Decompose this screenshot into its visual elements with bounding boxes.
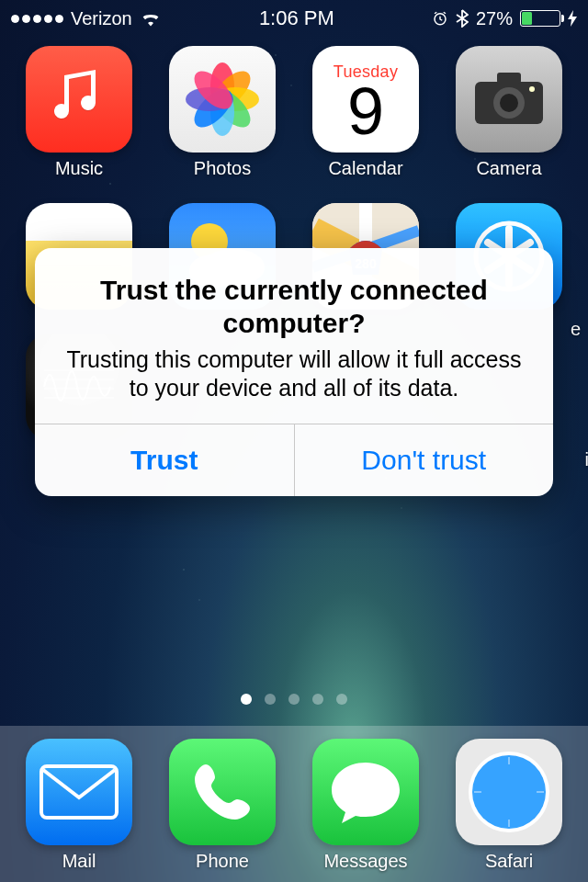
alert-buttons: Trust Don't trust <box>35 424 553 496</box>
alert-backdrop: Trust the currently connected computer? … <box>0 0 588 882</box>
trust-button[interactable]: Trust <box>35 424 295 496</box>
alert-title: Trust the currently connected computer? <box>61 274 527 340</box>
dont-trust-button[interactable]: Don't trust <box>295 424 554 496</box>
trust-alert: Trust the currently connected computer? … <box>35 248 553 496</box>
alert-message: Trusting this computer will allow it ful… <box>61 345 527 403</box>
